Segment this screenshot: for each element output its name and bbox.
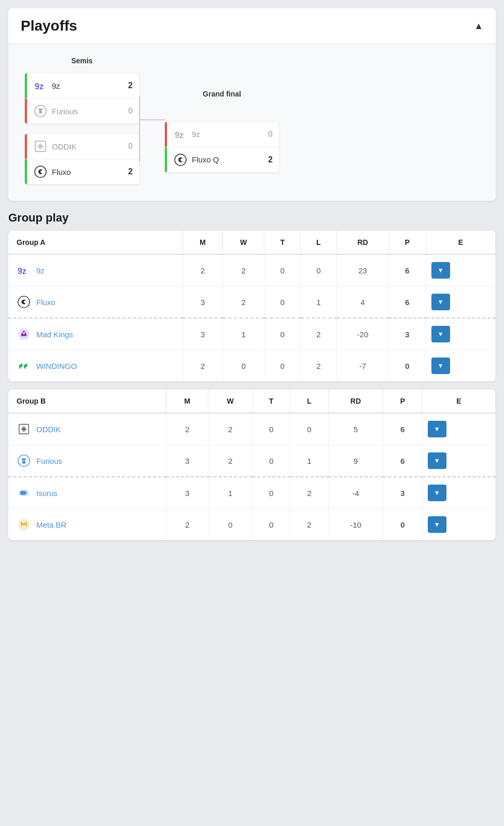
semi2-team2: Fluxo 2 [25,159,139,184]
gf-team1-name: 9z [192,130,258,139]
col-rd-a: RD [337,231,389,254]
svg-point-4 [39,145,41,147]
group-play-section: Group play Group A M W T L RD P E [8,211,496,548]
semi2-team2-name: Fluxo [52,168,118,176]
furious-logo-s1 [33,104,48,118]
bracket-connector [139,96,165,162]
semi2-team2-score: 2 [122,167,133,176]
bracket-container: Semis 9z 9z 2 [25,57,479,184]
gf-team2: Fluxo Q 2 [165,147,279,172]
oddik-icon-b [17,422,31,436]
table-row: ODDIK 2 2 0 0 5 6 ▼ [8,413,496,445]
expand-furious-b[interactable]: ▼ [428,452,446,469]
team-name-furious-b[interactable]: Furious [36,457,62,465]
9z-logo-gf: 9z [173,127,188,142]
playoffs-toggle-icon[interactable]: ▲ [474,21,483,32]
playoffs-body: Semis 9z 9z 2 [8,44,496,201]
table-row: 9z 9z 2 2 0 0 23 6 ▼ [8,254,496,286]
gf-team2-score: 2 [262,155,273,164]
expand-fluxo-a[interactable]: ▼ [431,294,450,310]
group-a-label: Group A [8,231,183,254]
expand-madkings[interactable]: ▼ [431,326,450,342]
table-row: Furious 3 2 0 1 9 6 ▼ [8,445,496,477]
team-cell-9z-a: 9z 9z [8,254,183,286]
svg-point-15 [22,461,26,464]
table-row: WINDINGO 2 0 0 2 -7 0 ▼ [8,350,496,382]
expand-windingo[interactable]: ▼ [431,357,450,374]
group-play-title: Group play [8,211,496,225]
metabr-icon [17,517,31,532]
playoffs-section: Playoffs ▲ Semis 9z [8,8,496,201]
table-row: Meta BR 2 0 0 2 -10 0 ▼ [8,509,496,541]
gf-team2-name: Fluxo Q [192,155,258,164]
expand-9z-a[interactable]: ▼ [431,262,450,279]
playoffs-header: Playoffs ▲ [8,8,496,44]
gf-team1-score: 0 [262,130,273,139]
col-e-a: E [426,231,495,254]
fluxo-icon-a [17,295,31,309]
fluxo-logo-s2 [33,164,48,179]
windingo-icon [17,359,31,373]
group-a-table: Group A M W T L RD P E [8,231,496,381]
table-row: Mad Kings 3 1 0 2 -20 3 ▼ [8,318,496,350]
semi1-team1-name: 9z [52,81,118,90]
svg-text:9z: 9z [18,267,26,276]
team-cell-madkings: Mad Kings [8,318,183,350]
expand-metabr[interactable]: ▼ [428,516,446,533]
svg-point-2 [39,111,42,114]
team-name-madkings[interactable]: Mad Kings [36,330,73,339]
col-t-b: T [252,390,290,413]
group-b-table: Group B M W T L RD P E [8,390,496,540]
grand-final-match: 9z 9z 0 [165,122,279,172]
col-l-a: L [301,231,337,254]
expand-isurus[interactable]: ▼ [428,485,446,501]
col-e-b: E [422,390,495,413]
semi1-team2-name: Furious [52,107,118,116]
semis-label: Semis [25,57,139,65]
fluxo-logo-gf [173,153,188,167]
oddik-logo-s2 [33,139,48,154]
table-row: Isurus 3 1 0 2 -4 3 ▼ [8,477,496,509]
col-m-a: M [183,231,222,254]
team-cell-windingo: WINDINGO [8,350,183,382]
team-cell-furious-b: Furious [8,445,166,477]
madkings-icon [17,327,31,341]
col-rd-b: RD [328,390,383,413]
expand-oddik-b[interactable]: ▼ [428,421,446,437]
team-cell-fluxo-a: Fluxo [8,286,183,319]
grand-final-column: Grand final 9z 9z 0 [165,90,279,172]
svg-text:9z: 9z [35,82,44,91]
team-cell-oddik-b: ODDIK [8,413,166,445]
team-cell-metabr: Meta BR [8,509,166,541]
team-name-windingo[interactable]: WINDINGO [36,362,77,370]
gf-team1: 9z 9z 0 [165,122,279,147]
team-name-oddik-b[interactable]: ODDIK [36,425,61,434]
grand-final-match-wrapper: 9z 9z 0 [165,122,279,172]
col-p-a: P [389,231,426,254]
team-name-isurus[interactable]: Isurus [36,489,58,498]
semis-column: Semis 9z 9z 2 [25,57,139,184]
team-name-metabr[interactable]: Meta BR [36,520,66,529]
semi2-team1: ODDIK 0 [25,134,139,159]
table-row: Fluxo 3 2 0 1 4 6 ▼ [8,286,496,319]
col-p-b: P [383,390,422,413]
svg-point-17 [23,524,25,526]
playoffs-title: Playoffs [21,18,77,34]
col-t-a: T [264,231,301,254]
team-name-fluxo-a[interactable]: Fluxo [36,298,55,307]
semi1-team2-score: 0 [122,106,133,116]
semi2-team1-score: 0 [122,142,133,151]
isurus-icon [17,486,31,500]
team-name-9z-a[interactable]: 9z [36,266,45,275]
group-b-label: Group B [8,390,166,413]
svg-point-10 [18,328,30,340]
svg-text:9z: 9z [175,131,184,140]
col-m-b: M [166,390,208,413]
9z-icon-a: 9z [17,263,31,278]
team-cell-isurus: Isurus [8,477,166,509]
semi2-team1-name: ODDIK [52,142,118,151]
semi1-team2: Furious 0 [25,99,139,123]
svg-point-13 [23,428,25,431]
semi1-team1-score: 2 [122,81,133,90]
col-w-b: W [208,390,253,413]
